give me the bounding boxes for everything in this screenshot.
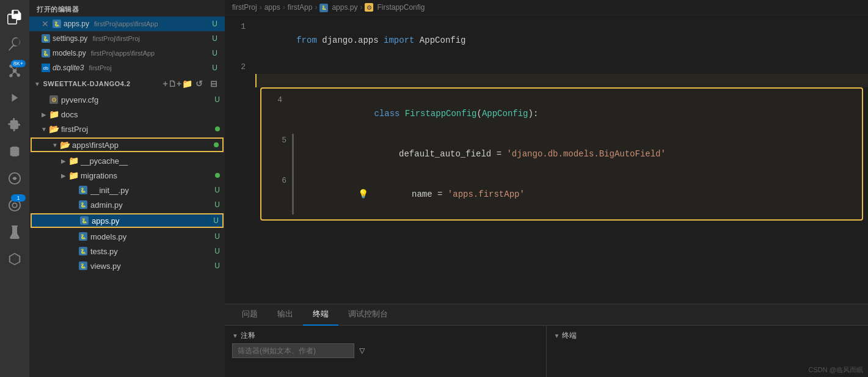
file-path-label: firstProj\apps\firstApp bbox=[94, 20, 158, 27]
chevron-icon: ▶ bbox=[59, 158, 68, 164]
unsaved-badge: U bbox=[212, 34, 217, 43]
db-file-icon: db bbox=[42, 64, 50, 72]
file-path-label: firstProj bbox=[89, 64, 111, 71]
file-label: apps.py bbox=[92, 216, 213, 225]
open-editor-db-sqlite3[interactable]: db db.sqlite3 firstProj U bbox=[29, 60, 225, 75]
new-folder-icon[interactable]: +📁 bbox=[178, 78, 191, 90]
file-name-label: models.py bbox=[53, 49, 86, 57]
terminal-section-title: 终端 bbox=[562, 331, 577, 341]
open-editor-models-py[interactable]: 🐍 models.py firstProj\apps\firstApp U bbox=[29, 46, 225, 60]
panel-content: ▼ 注释 ▽ ▼ 终端 bbox=[225, 326, 868, 377]
copilot-icon[interactable] bbox=[2, 166, 27, 191]
line-number: 2 bbox=[225, 60, 255, 74]
database-icon[interactable] bbox=[2, 139, 27, 164]
chevron-icon: ▶ bbox=[59, 172, 68, 179]
tree-item-apps-firstapp[interactable]: ▼ 📂 apps\firstApp bbox=[31, 137, 224, 152]
file-name-label: apps.py bbox=[64, 20, 89, 28]
open-editor-apps-py[interactable]: ✕ 🐍 apps.py firstProj\apps\firstApp U bbox=[29, 16, 225, 31]
chevron-icon: ▶ bbox=[39, 111, 49, 118]
flask-icon[interactable] bbox=[2, 220, 27, 244]
breadcrumb-firstapp[interactable]: firstApp bbox=[288, 3, 313, 12]
python-icon: 🐍 bbox=[78, 200, 88, 210]
panel-left: ▼ 注释 ▽ bbox=[225, 326, 547, 377]
notes-section-title: 注释 bbox=[241, 331, 255, 341]
folder-label: apps\firstApp bbox=[72, 141, 214, 150]
filter-icon[interactable]: ▽ bbox=[359, 345, 365, 357]
terminal-section-header: ▼ 终端 bbox=[554, 331, 861, 341]
tab-output[interactable]: 输出 bbox=[268, 304, 303, 326]
breadcrumb-apps[interactable]: apps bbox=[264, 3, 280, 12]
code-line-6: 6 💡 name = 'apps.firstApp' bbox=[292, 174, 862, 214]
filter-input[interactable] bbox=[232, 343, 354, 358]
refresh-icon[interactable]: ↺ bbox=[193, 78, 205, 90]
folder-label: docs bbox=[61, 110, 225, 119]
breadcrumb-apps-py-icon: 🐍 bbox=[319, 2, 329, 12]
files-icon[interactable] bbox=[2, 5, 27, 29]
code-editor[interactable]: 1 from django.apps import AppConfig 2 4 bbox=[225, 15, 868, 304]
activity-bar bbox=[0, 0, 29, 377]
search-icon[interactable] bbox=[2, 32, 27, 56]
breadcrumb-firstproj[interactable]: firstProj bbox=[232, 3, 257, 12]
extensions-icon[interactable] bbox=[2, 112, 27, 137]
python-icon: 🐍 bbox=[78, 246, 88, 256]
cube-icon[interactable] bbox=[2, 247, 27, 271]
file-path-label: firstProj\apps\firstApp bbox=[91, 49, 155, 57]
file-path-label: firstProj\firstProj bbox=[92, 35, 140, 42]
tab-debug-console[interactable]: 调试控制台 bbox=[338, 304, 398, 326]
folder-icon: 📁 bbox=[68, 156, 78, 166]
open-editors-section: 打开的编辑器 ✕ 🐍 apps.py firstProj\apps\firstA… bbox=[29, 0, 225, 75]
close-icon[interactable]: ✕ bbox=[42, 20, 49, 28]
tree-item-admin-py[interactable]: 🐍 admin.py U bbox=[29, 197, 225, 212]
folder-label: migrations bbox=[81, 171, 215, 180]
chevron-icon: ▼ bbox=[50, 142, 60, 148]
breadcrumb-firstapp-config[interactable]: FirstappConfig bbox=[377, 3, 425, 12]
tree-item-pyvenv[interactable]: ⚙ pyvenv.cfg U bbox=[29, 92, 225, 107]
tree-item-migrations[interactable]: ▶ 📁 migrations bbox=[29, 168, 225, 183]
source-control-icon[interactable] bbox=[2, 59, 27, 83]
code-content bbox=[255, 60, 868, 74]
unsaved-badge: U bbox=[213, 216, 219, 225]
breadcrumb-config-icon: ⚙ bbox=[365, 3, 374, 12]
new-file-icon[interactable]: +🗋 bbox=[164, 78, 176, 90]
bottom-panel: 问题 输出 终端 调试控制台 ▼ 注释 ▽ bbox=[225, 304, 868, 377]
explorer-header: ▼ SWEETTALK-DJANGO4.2 +🗋 +📁 ↺ ⊟ bbox=[29, 75, 225, 92]
folder-label: __pycache__ bbox=[81, 156, 225, 166]
file-label: __init__.py bbox=[90, 186, 214, 195]
run-icon[interactable] bbox=[2, 86, 27, 110]
unsaved-badge: U bbox=[214, 232, 220, 241]
folder-icon: 📁 bbox=[49, 109, 59, 119]
open-editors-title: 打开的编辑器 bbox=[29, 0, 225, 16]
tree-item-views-py[interactable]: 🐍 views.py U bbox=[29, 258, 225, 273]
sidebar: 打开的编辑器 ✕ 🐍 apps.py firstProj\apps\firstA… bbox=[29, 0, 225, 377]
open-editor-settings-py[interactable]: 🐍 settings.py firstProj\firstProj U bbox=[29, 31, 225, 46]
unsaved-badge: U bbox=[214, 95, 220, 104]
unsaved-badge: U bbox=[214, 200, 220, 209]
tree-item-init-py[interactable]: 🐍 __init__.py U bbox=[29, 183, 225, 197]
python-icon: 🐍 bbox=[78, 232, 88, 241]
python-file-icon: 🐍 bbox=[42, 49, 50, 57]
breadcrumb-sep: › bbox=[283, 3, 285, 12]
file-name-label: db.sqlite3 bbox=[53, 64, 84, 72]
remote-icon[interactable] bbox=[2, 193, 27, 218]
file-name-label: settings.py bbox=[53, 34, 87, 43]
tree-item-models-py[interactable]: 🐍 models.py U bbox=[29, 229, 225, 244]
tree-item-firstproj[interactable]: ▼ 📂 firstProj bbox=[29, 122, 225, 136]
file-explorer: ▼ SWEETTALK-DJANGO4.2 +🗋 +📁 ↺ ⊟ ⚙ pyvenv… bbox=[29, 75, 225, 377]
highlight-region: 4 class FirstappConfig(AppConfig): 5 def… bbox=[230, 87, 863, 221]
folder-icon: 📂 bbox=[60, 140, 70, 150]
tab-problems[interactable]: 问题 bbox=[232, 304, 268, 326]
collapse-all-icon[interactable]: ⊟ bbox=[208, 78, 220, 90]
tree-item-pycache[interactable]: ▶ 📁 __pycache__ bbox=[29, 153, 225, 168]
tree-item-docs[interactable]: ▶ 📁 docs bbox=[29, 107, 225, 122]
folder-icon: 📂 bbox=[49, 124, 59, 134]
tree-item-apps-py[interactable]: 🐍 apps.py U bbox=[31, 213, 224, 228]
tree-item-tests-py[interactable]: 🐍 tests.py U bbox=[29, 244, 225, 258]
breadcrumb-apps-py[interactable]: apps.py bbox=[332, 3, 357, 12]
file-label: tests.py bbox=[90, 247, 214, 256]
panel-section-header-notes: ▼ 注释 bbox=[232, 331, 539, 341]
tab-terminal[interactable]: 终端 bbox=[303, 304, 338, 326]
file-label: admin.py bbox=[90, 200, 214, 210]
line-number: 1 bbox=[225, 20, 255, 34]
explorer-title: SWEETTALK-DJANGO4.2 bbox=[43, 80, 130, 87]
panel-tabs: 问题 输出 终端 调试控制台 bbox=[225, 304, 868, 326]
